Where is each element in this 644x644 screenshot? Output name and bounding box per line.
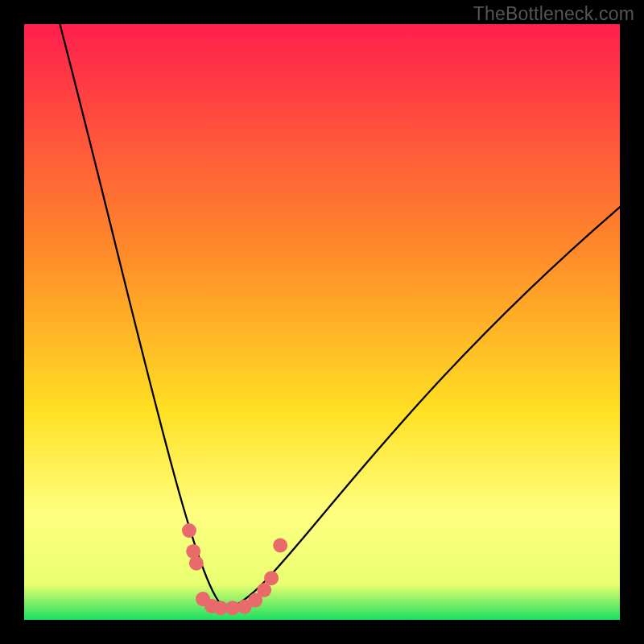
chart-frame: TheBottleneck.com <box>0 0 644 644</box>
data-marker <box>264 571 279 585</box>
data-marker <box>189 556 204 571</box>
data-marker <box>273 539 287 553</box>
data-marker <box>182 523 196 538</box>
watermark-text: TheBottleneck.com <box>473 3 634 25</box>
gradient-background <box>24 24 620 620</box>
chart-svg <box>24 24 620 620</box>
plot-area <box>24 24 620 620</box>
